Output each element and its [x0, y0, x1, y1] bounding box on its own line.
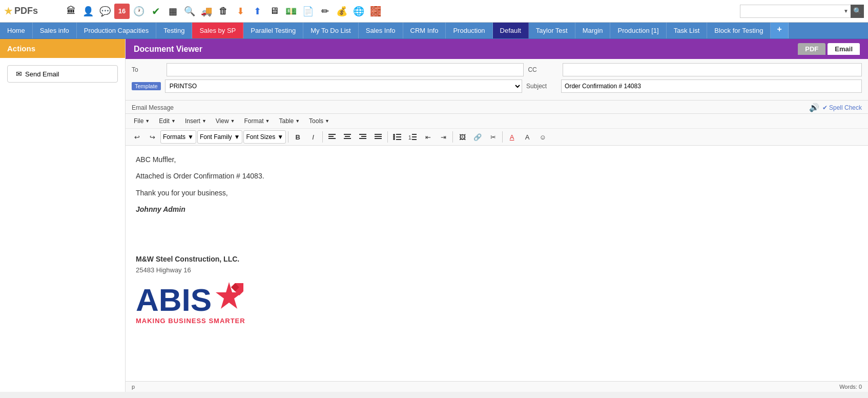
send-email-button[interactable]: ✉ Send Email: [7, 65, 118, 83]
building-icon[interactable]: 🏛: [64, 4, 79, 19]
rte-view-menu[interactable]: View ▼: [212, 116, 239, 126]
tab-task-list[interactable]: Task List: [667, 23, 708, 38]
message-icon[interactable]: 💬: [97, 4, 113, 19]
tab-testing[interactable]: Testing: [156, 23, 192, 38]
body-line1: Attached is Order Confirmation # 14083.: [136, 170, 858, 182]
grid-icon[interactable]: ▦: [165, 4, 180, 19]
font-family-dropdown[interactable]: Font Family ▼: [197, 130, 243, 144]
bg-color-btn[interactable]: A: [520, 130, 534, 144]
upload-icon[interactable]: ⬆: [250, 4, 265, 19]
tab-sales-info[interactable]: Sales info: [33, 23, 77, 38]
tab-default[interactable]: Default: [493, 23, 529, 38]
abis-star-icon: [213, 281, 245, 314]
company-addr: 25483 Highway 16: [136, 265, 858, 276]
font-color-btn[interactable]: A: [505, 130, 519, 144]
abis-tagline: MAKING BUSINESS SMARTER: [136, 316, 858, 327]
link-btn[interactable]: 🔗: [470, 130, 485, 144]
tab-margin[interactable]: Margin: [575, 23, 611, 38]
monitor-icon[interactable]: 🖥: [266, 4, 282, 19]
to-input[interactable]: [167, 63, 524, 76]
to-row: To CC: [132, 63, 862, 76]
svg-rect-19: [396, 136, 401, 137]
search-dropdown-arrow[interactable]: ▼: [843, 8, 849, 14]
sidebar: Actions ✉ Send Email: [0, 39, 126, 392]
align-left-btn[interactable]: [325, 130, 339, 144]
app-title: ★ PDFs: [4, 6, 55, 17]
rte-format-menu[interactable]: Format ▼: [240, 116, 274, 126]
emoji-btn[interactable]: ☺: [535, 130, 550, 144]
pdf-tab[interactable]: PDF: [798, 43, 825, 55]
spell-check-button[interactable]: ✔ Spell Check: [822, 104, 862, 111]
rte-table-menu[interactable]: Table ▼: [275, 116, 304, 126]
tab-sales-info-2[interactable]: Sales Info: [359, 23, 403, 38]
unlink-btn[interactable]: ✂: [486, 130, 500, 144]
svg-rect-4: [344, 134, 351, 135]
tab-production-1[interactable]: Production [1]: [610, 23, 666, 38]
cube-icon[interactable]: 🧱: [368, 4, 383, 19]
dollar-icon[interactable]: 💵: [283, 4, 299, 19]
truck-icon[interactable]: 🚚: [199, 4, 214, 19]
rte-menubar: File ▼ Edit ▼ Insert ▼ View ▼ Format ▼ T…: [126, 114, 868, 129]
check-icon[interactable]: ✔: [148, 4, 163, 19]
cc-input[interactable]: [563, 63, 862, 76]
globe-icon[interactable]: 🌐: [351, 4, 366, 19]
rte-file-menu[interactable]: File ▼: [130, 116, 154, 126]
tab-sales-by-sp[interactable]: Sales by SP: [192, 23, 243, 38]
template-row: Template PRINTSO Subject: [132, 79, 862, 93]
greeting-line: ABC Muffler,: [136, 154, 858, 165]
search-button[interactable]: 🔍: [851, 5, 864, 18]
redo-btn[interactable]: ↪: [145, 130, 159, 144]
arrow-down-icon[interactable]: ⬇: [233, 4, 248, 19]
svg-rect-17: [396, 134, 401, 135]
document-icon[interactable]: 📄: [300, 4, 316, 19]
tab-block-for-testing[interactable]: Block for Testing: [707, 23, 771, 38]
indent-btn[interactable]: ⇥: [436, 130, 450, 144]
speaker-icon[interactable]: 🔊: [809, 103, 819, 112]
email-tab[interactable]: Email: [828, 43, 860, 55]
top-bar: ★ PDFs 🏛 👤 💬 16 🕐 ✔ ▦ 🔍 🚚 🗑 ⬇ ⬆ 🖥 💵 📄 ✏ …: [0, 0, 868, 23]
svg-point-18: [393, 136, 395, 138]
image-btn[interactable]: 🖼: [455, 130, 469, 144]
send-email-label: Send Email: [25, 70, 59, 78]
align-justify-btn[interactable]: [371, 130, 385, 144]
search-magnify-icon[interactable]: 🔍: [182, 4, 197, 19]
tab-parallel-testing[interactable]: Parallel Testing: [243, 23, 303, 38]
numbered-list-btn[interactable]: 1.: [405, 130, 420, 144]
pen-icon[interactable]: ✏: [317, 4, 333, 19]
bullet-list-btn[interactable]: [390, 130, 404, 144]
sig-name: Johnny Admin: [136, 204, 858, 215]
money-bag-icon[interactable]: 💰: [334, 4, 349, 19]
font-sizes-dropdown[interactable]: Font Sizes ▼: [243, 130, 286, 144]
trash-icon[interactable]: 🗑: [216, 4, 231, 19]
align-right-btn[interactable]: [356, 130, 370, 144]
rte-edit-menu[interactable]: Edit ▼: [155, 116, 180, 126]
company-name: M&W Steel Construction, LLC.: [136, 253, 858, 265]
tab-production[interactable]: Production: [446, 23, 492, 38]
tab-taylor-test[interactable]: Taylor Test: [529, 23, 575, 38]
tab-my-todo-list[interactable]: My To Do List: [303, 23, 359, 38]
rte-insert-menu[interactable]: Insert ▼: [181, 116, 211, 126]
tab-add[interactable]: +: [771, 23, 788, 38]
bold-btn[interactable]: B: [291, 130, 305, 144]
subject-input[interactable]: [561, 79, 862, 93]
sidebar-header: Actions: [0, 39, 125, 58]
tab-home[interactable]: Home: [0, 23, 33, 38]
undo-btn[interactable]: ↩: [130, 130, 144, 144]
align-center-btn[interactable]: [340, 130, 355, 144]
rte-tools-menu[interactable]: Tools ▼: [305, 116, 334, 126]
italic-btn[interactable]: I: [306, 130, 320, 144]
user-icon[interactable]: 👤: [80, 4, 96, 19]
star-icon: ★: [4, 6, 12, 17]
outdent-btn[interactable]: ⇤: [421, 130, 435, 144]
tab-crm-info[interactable]: CRM Info: [403, 23, 446, 38]
template-select[interactable]: PRINTSO: [165, 79, 522, 93]
status-bar: p Words: 0: [126, 381, 868, 392]
calendar-icon[interactable]: 16: [114, 4, 130, 19]
to-label: To: [132, 66, 162, 73]
tab-production-capacities[interactable]: Production Capacities: [77, 23, 156, 38]
search-input[interactable]: [740, 5, 853, 18]
svg-rect-25: [412, 139, 417, 140]
svg-point-16: [393, 134, 395, 136]
formats-dropdown[interactable]: Formats ▼: [160, 130, 196, 144]
clock-icon[interactable]: 🕐: [131, 4, 147, 19]
